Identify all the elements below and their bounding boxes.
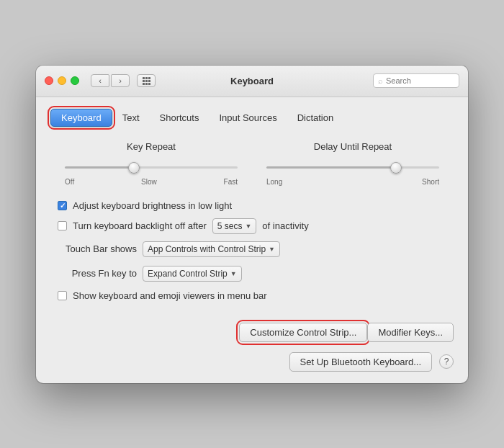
backlight-suffix: of inactivity [262, 220, 308, 231]
checkbox-section: Adjust keyboard brightness in low light … [50, 200, 454, 234]
nav-buttons: ‹ › [91, 74, 130, 87]
modifier-keys-button[interactable]: Modifier Keys... [367, 323, 454, 342]
touch-bar-dropdown-value: App Controls with Control Strip [148, 244, 266, 254]
customize-control-strip-button[interactable]: Customize Control Strip... [239, 323, 367, 342]
touch-bar-dropdown[interactable]: App Controls with Control Strip ▼ [143, 241, 280, 257]
traffic-lights [45, 76, 79, 85]
key-repeat-slider-labels: Off Slow Fast [65, 178, 238, 186]
tab-shortcuts[interactable]: Shortcuts [150, 109, 210, 126]
close-button[interactable] [45, 76, 53, 85]
forward-button[interactable]: › [111, 74, 130, 87]
grid-icon [143, 77, 150, 85]
touch-bar-dropdown-arrow: ▼ [269, 246, 275, 253]
search-bar[interactable]: ⌕ [373, 73, 459, 88]
help-button[interactable]: ? [439, 354, 454, 369]
bluetooth-keyboard-button[interactable]: Set Up Bluetooth Keyboard... [289, 352, 432, 372]
buttons-row: Customize Control Strip... Modifier Keys… [50, 323, 454, 342]
backlight-dropdown[interactable]: 5 secs ▼ [212, 218, 257, 234]
emoji-row: Show keyboard and emoji viewers in menu … [50, 290, 454, 301]
touch-bar-row: Touch Bar shows App Controls with Contro… [50, 241, 454, 257]
sliders-section: Key Repeat Off Slow Fast Delay Until Rep… [50, 141, 454, 186]
emoji-checkbox[interactable] [58, 291, 67, 300]
backlight-checkbox[interactable] [58, 221, 67, 230]
titlebar: ‹ › Keyboard ⌕ [36, 66, 468, 97]
key-repeat-slow-label: Slow [141, 178, 157, 186]
key-repeat-off-label: Off [65, 178, 74, 186]
delay-repeat-slider-labels: Long Short [266, 178, 439, 186]
fn-key-dropdown-arrow: ▼ [230, 270, 237, 277]
fn-key-label: Press Fn key to [50, 268, 137, 279]
backlight-row: Turn keyboard backlight off after 5 secs… [58, 218, 446, 234]
brightness-row: Adjust keyboard brightness in low light [58, 200, 446, 211]
brightness-label: Adjust keyboard brightness in low light [73, 200, 232, 211]
window-title: Keyboard [230, 76, 274, 86]
search-icon: ⌕ [378, 76, 383, 85]
key-repeat-group: Key Repeat Off Slow Fast [65, 141, 238, 186]
touch-bar-label: Touch Bar shows [50, 243, 137, 254]
delay-repeat-slider-container [266, 161, 439, 175]
key-repeat-thumb[interactable] [128, 162, 140, 174]
backlight-dropdown-value: 5 secs [217, 221, 243, 231]
fn-key-dropdown-value: Expand Control Strip [148, 269, 228, 279]
key-repeat-fast-label: Fast [224, 178, 238, 186]
content-area: Keyboard Text Shortcuts Input Sources Di… [36, 97, 468, 383]
fn-key-row: Press Fn key to Expand Control Strip ▼ [50, 266, 454, 282]
brightness-checkbox[interactable] [58, 201, 67, 210]
maximize-button[interactable] [71, 76, 79, 85]
backlight-dropdown-arrow: ▼ [245, 223, 251, 230]
key-repeat-label: Key Repeat [65, 141, 238, 152]
delay-repeat-short-label: Short [422, 178, 439, 186]
delay-repeat-track [266, 166, 439, 169]
fn-key-dropdown[interactable]: Expand Control Strip ▼ [143, 266, 242, 282]
minimize-button[interactable] [58, 76, 66, 85]
tab-keyboard[interactable]: Keyboard [50, 109, 112, 127]
keyboard-preferences-window: ‹ › Keyboard ⌕ Keyboard Text Shortcuts I… [36, 66, 468, 383]
delay-repeat-label: Delay Until Repeat [266, 141, 439, 152]
delay-repeat-thumb[interactable] [390, 162, 402, 174]
delay-repeat-long-label: Long [266, 178, 282, 186]
grid-view-button[interactable] [137, 74, 156, 87]
backlight-label: Turn keyboard backlight off after [73, 220, 207, 231]
back-button[interactable]: ‹ [91, 74, 109, 87]
tab-bar: Keyboard Text Shortcuts Input Sources Di… [50, 109, 454, 127]
key-repeat-track [65, 166, 238, 169]
bottom-row: Set Up Bluetooth Keyboard... ? [50, 352, 454, 372]
tab-input-sources[interactable]: Input Sources [209, 109, 287, 126]
search-input[interactable] [386, 76, 454, 85]
tab-text[interactable]: Text [112, 109, 150, 126]
tab-dictation[interactable]: Dictation [287, 109, 344, 126]
key-repeat-slider-container [65, 161, 238, 175]
delay-repeat-group: Delay Until Repeat Long Short [266, 141, 439, 186]
emoji-label: Show keyboard and emoji viewers in menu … [73, 290, 267, 301]
